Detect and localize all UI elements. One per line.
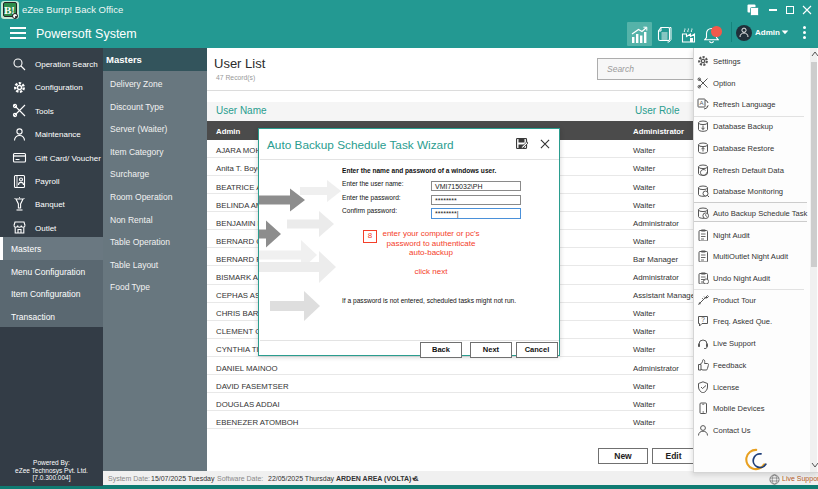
svg-text:A: A	[699, 100, 703, 106]
svg-text:?: ?	[701, 317, 705, 324]
